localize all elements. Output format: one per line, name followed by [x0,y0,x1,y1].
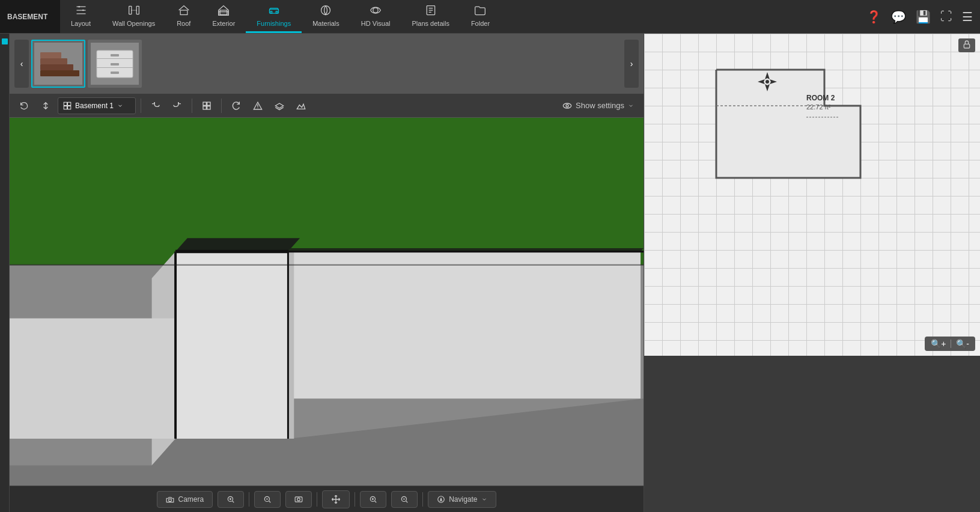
chat-button[interactable]: 💬 [891,10,906,24]
cam-zoom-out-button[interactable] [254,491,281,508]
layers-tool[interactable] [270,97,289,115]
app-title: BASEMENT [0,0,60,33]
layout-icon [75,4,87,18]
hd-visual-label: HD Visual [361,20,391,27]
tool-divider-1 [141,99,141,113]
zoom-in-button[interactable] [360,491,386,508]
help-button[interactable]: ❓ [866,10,881,24]
svg-marker-60 [765,72,770,79]
refresh-tool[interactable] [14,97,34,115]
bottom-divider-1 [249,492,249,507]
nav-item-materials[interactable]: Materials [302,0,350,33]
svg-rect-3 [136,6,139,14]
materials-label: Materials [312,20,339,27]
warning-tool[interactable] [248,97,267,115]
thumbnail-drawer[interactable] [88,40,142,88]
room-label: ROOM 2 [806,94,842,102]
viewport-3d[interactable] [10,118,644,486]
show-settings-button[interactable]: Show settings [558,99,639,113]
zoom-in-icon [369,495,377,504]
svg-point-11 [373,8,378,13]
thumb-prev-button[interactable]: ‹ [14,40,29,88]
terrain-tool[interactable] [291,97,311,115]
materials-icon [320,4,332,18]
zoom-out-button[interactable] [391,491,418,508]
svg-rect-14 [40,64,73,70]
nav-item-furnishings[interactable]: Furnishings [246,0,302,33]
fullscreen-button[interactable]: ⛶ [940,10,952,23]
nav-item-layout[interactable]: Layout [60,0,102,33]
roof-label: Roof [177,20,190,27]
svg-rect-27 [203,102,206,105]
svg-rect-2 [129,6,131,14]
plans-details-label: Plans details [412,20,449,27]
camera-icon [166,495,174,504]
room-outline [704,58,872,190]
nav-item-hd-visual[interactable]: HD Visual [350,0,401,33]
view-tool[interactable] [197,97,216,115]
nav-right-buttons: ❓ 💬 💾 ⛶ ☰ [866,10,980,24]
svg-rect-9 [276,11,278,13]
top-navigation: BASEMENT Layout Wall Openings [0,0,980,34]
nav-item-roof[interactable]: Roof [166,0,201,33]
svg-rect-26 [68,106,71,109]
stair-thumbnail-inner [34,43,82,85]
save-lock-icon [962,40,972,49]
bottom-divider-2 [317,492,317,507]
svg-rect-29 [203,106,206,109]
up-down-tool[interactable] [36,97,55,115]
bottom-divider-4 [422,492,423,507]
compass-control[interactable] [755,70,779,96]
drawer-thumbnail-inner [91,43,139,85]
room-dimension-line [806,113,842,122]
thumb-next-button[interactable]: › [624,40,639,88]
minimap-container[interactable]: ROOM 2 22.72 ft² 🔍+ [644,34,980,356]
svg-rect-25 [64,106,67,109]
nav-item-wall-openings[interactable]: Wall Openings [102,0,166,33]
zoom-out-icon [400,495,409,504]
cam-zoom-in-button[interactable] [218,491,244,508]
minimap-zoom-out-button[interactable]: 🔍- [954,338,972,349]
minimap-zoom-in-button[interactable]: 🔍+ [928,338,948,349]
svg-marker-62 [758,79,765,84]
left-sidebar [0,34,10,512]
svg-point-54 [297,498,300,501]
navigate-button[interactable]: Navigate [428,491,496,508]
room-info: ROOM 2 22.72 ft² [806,94,842,122]
camera-button[interactable]: Camera [157,491,213,508]
minimap-save-button[interactable] [958,38,975,52]
floor-selector[interactable]: Basement 1 [58,97,136,114]
svg-rect-24 [68,102,71,105]
right-panel: ROOM 2 22.72 ft² 🔍+ [644,34,980,512]
cam-zoom-in-icon [227,495,235,504]
nav-item-plans-details[interactable]: Plans details [401,0,460,33]
svg-point-50 [169,498,172,501]
wall-openings-label: Wall Openings [112,20,155,27]
cam-zoom-out-icon [263,495,272,504]
move-button[interactable] [322,490,350,508]
furnishings-icon [268,4,280,18]
svg-point-31 [563,103,571,108]
nav-item-exterior[interactable]: Exterior [201,0,246,33]
move-icon [331,495,341,504]
folder-icon [474,4,486,18]
room-svg [704,58,872,190]
save-button[interactable]: 💾 [916,10,931,24]
svg-marker-61 [765,84,770,91]
screenshot-button[interactable] [285,491,312,508]
svg-rect-16 [40,52,61,58]
svg-marker-38 [288,252,641,399]
nav-item-folder[interactable]: Folder [460,0,501,33]
svg-rect-13 [40,70,79,76]
redo-tool[interactable] [168,97,187,115]
svg-rect-15 [40,58,67,64]
hd-visual-icon [370,4,382,18]
svg-marker-40 [175,238,300,251]
compass-svg [755,70,779,94]
svg-point-1 [82,10,84,11]
menu-button[interactable]: ☰ [962,10,973,24]
undo-tool[interactable] [146,97,165,115]
main-content: ‹ [0,34,980,512]
rotate-tool[interactable] [227,97,246,115]
thumbnail-stair[interactable] [31,40,85,88]
